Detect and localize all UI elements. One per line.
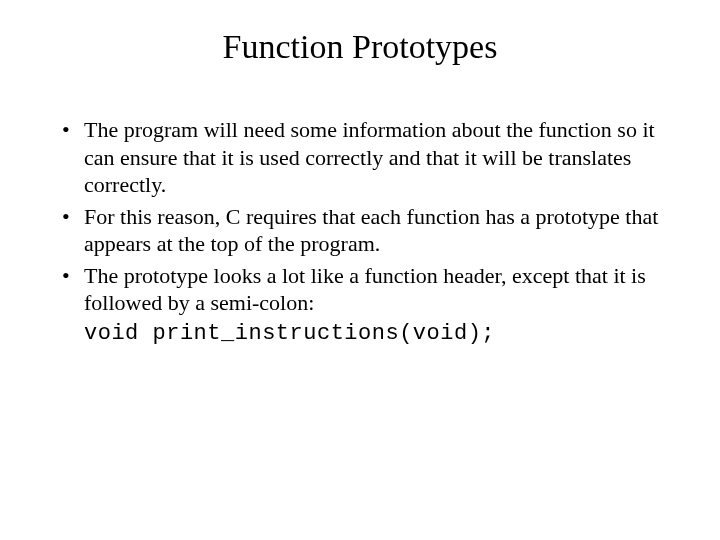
bullet-item: For this reason, C requires that each fu… bbox=[62, 203, 680, 258]
code-example: void print_instructions(void); bbox=[84, 321, 680, 346]
bullet-item: The program will need some information a… bbox=[62, 116, 680, 199]
bullet-list: The program will need some information a… bbox=[40, 116, 680, 317]
bullet-item: The prototype looks a lot like a functio… bbox=[62, 262, 680, 317]
slide-title: Function Prototypes bbox=[40, 28, 680, 66]
